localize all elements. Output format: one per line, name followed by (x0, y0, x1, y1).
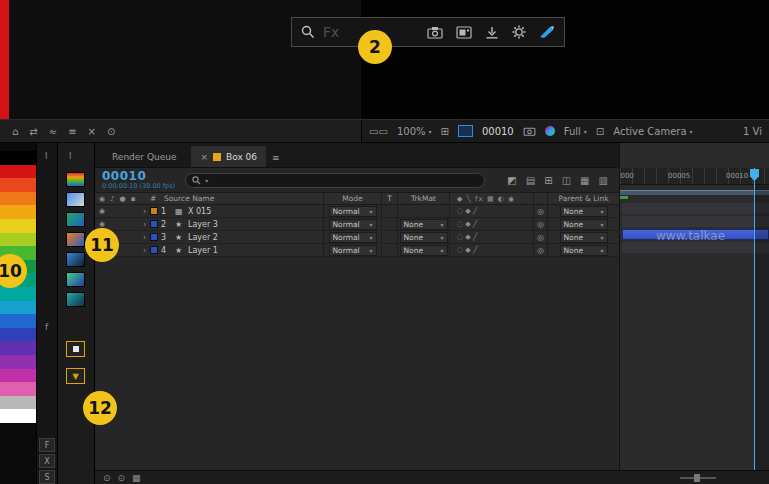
motion-blur-icon[interactable]: ▦ (580, 175, 589, 186)
expand-arrow-icon[interactable]: › (139, 231, 150, 243)
highlighted-dropdown-button[interactable]: ▼ (66, 368, 85, 384)
palette-swatch[interactable] (0, 233, 36, 247)
shy-layers-icon[interactable]: ⊞ (544, 175, 552, 186)
layer-color-swatch[interactable] (150, 246, 158, 254)
expand-arrow-icon[interactable]: › (139, 205, 150, 217)
gear-icon[interactable] (512, 25, 526, 39)
view-dropdown[interactable]: Active Camera▾ (613, 126, 692, 137)
solo-column-icon[interactable]: ● (120, 195, 126, 203)
visibility-column-icon[interactable]: ◉ (99, 195, 105, 203)
palette-swatch[interactable] (0, 151, 36, 165)
palette-swatch[interactable] (0, 382, 36, 396)
palette-swatch[interactable] (0, 328, 36, 342)
snapshot-camera-icon[interactable] (523, 126, 536, 136)
slideshow-icon[interactable] (456, 26, 472, 39)
panel-thumb-icon[interactable] (66, 252, 85, 267)
highlighted-square-button[interactable] (66, 341, 85, 357)
trkmat-dropdown[interactable]: None▾ (400, 232, 448, 243)
region-of-interest-icon[interactable] (458, 125, 473, 137)
palette-swatch[interactable] (0, 314, 36, 328)
palette-swatch[interactable] (0, 165, 36, 179)
lock-column-icon[interactable]: ▪ (131, 195, 136, 203)
blend-mode-dropdown[interactable]: Normal▾ (329, 219, 377, 230)
panel-thumb-icon[interactable] (66, 292, 85, 307)
close-tab-icon[interactable]: × (200, 152, 208, 162)
panel-thumb-icon[interactable] (66, 272, 85, 287)
visibility-eye-icon[interactable]: ◉ (99, 220, 105, 228)
expand-arrow-icon[interactable]: › (139, 244, 150, 256)
key-s-button[interactable]: S (39, 470, 55, 484)
current-time-display[interactable]: 00010 0:00:00:10 (30.00 fps) (102, 170, 175, 190)
layer-duration-bar[interactable] (622, 242, 769, 253)
layer-row[interactable]: ◉ › 4 ★ Layer 1 Normal▾ None▾ ◌ ◆ ╱ ◎ No… (95, 244, 619, 257)
layer-search-field[interactable]: ▾ (185, 173, 485, 188)
camera-icon[interactable] (427, 26, 443, 39)
panel-thumb-icon[interactable] (66, 232, 85, 247)
resolution-dropdown[interactable]: Full▾ (564, 126, 587, 137)
layer-switches[interactable]: ◌ ◆ ╱ (449, 205, 533, 217)
pickwhip-icon[interactable]: ◎ (533, 231, 547, 243)
header-source-name[interactable]: Source Name (164, 194, 323, 203)
parent-link-dropdown[interactable]: None▾ (560, 232, 608, 243)
layer-switches[interactable]: ◌ ◆ ╱ (449, 244, 533, 256)
grid-guides-icon[interactable]: ⊞ (441, 126, 449, 137)
timeline-track-area[interactable]: 0000 00005 00010 www.talkae (620, 143, 769, 484)
comp-flowchart-icon[interactable]: ◩ (507, 175, 516, 186)
draft-3d-icon[interactable]: ▤ (526, 175, 535, 186)
download-icon[interactable] (485, 26, 499, 39)
blend-mode-dropdown[interactable]: Normal▾ (329, 206, 377, 217)
search-placeholder[interactable]: Fx (323, 24, 339, 40)
layer-switches[interactable]: ◌ ◆ ╱ (449, 231, 533, 243)
close-icon[interactable]: × (88, 126, 96, 137)
channel-color-icon[interactable] (545, 126, 555, 136)
layer-color-swatch[interactable] (150, 233, 158, 241)
palette-swatch[interactable] (0, 369, 36, 383)
pixel-aspect-icon[interactable]: ⊡ (596, 126, 604, 137)
grid-icon[interactable]: ▦ (132, 473, 141, 483)
layer-row[interactable]: ◉ › 3 ★ Layer 2 Normal▾ None▾ ◌ ◆ ╱ ◎ No… (95, 231, 619, 244)
palette-swatch[interactable] (0, 178, 36, 192)
view-layout-dropdown[interactable]: 1 Vi (743, 126, 762, 137)
graph-editor-icon[interactable]: ▥ (599, 175, 608, 186)
panel-thumb-icon[interactable] (66, 172, 85, 187)
layer-name[interactable]: Layer 2 (188, 233, 323, 242)
key-x-button[interactable]: X (39, 454, 55, 468)
work-area-bar[interactable] (620, 190, 769, 195)
pickwhip-icon[interactable]: ◎ (533, 244, 547, 256)
header-t[interactable]: T (381, 193, 397, 204)
palette-swatch[interactable] (0, 287, 36, 301)
palette-swatch[interactable] (0, 409, 36, 423)
wave-icon[interactable]: ≈ (49, 126, 57, 137)
list-icon[interactable]: ≡ (68, 126, 76, 137)
palette-swatch[interactable] (0, 355, 36, 369)
timeline-zoom-slider[interactable] (680, 477, 716, 479)
palette-swatch[interactable] (0, 192, 36, 206)
palette-swatch[interactable] (0, 396, 36, 410)
expand-arrow-icon[interactable]: › (139, 218, 150, 230)
layer-duration-bar[interactable] (622, 203, 769, 214)
layer-name[interactable]: X 015 (188, 207, 323, 216)
parent-link-dropdown[interactable]: None▾ (560, 219, 608, 230)
tab-composition[interactable]: × Box 06 (191, 146, 266, 167)
blend-mode-dropdown[interactable]: Normal▾ (329, 245, 377, 256)
frame-blend-icon[interactable]: ◫ (562, 175, 571, 186)
tab-render-queue[interactable]: Render Queue (103, 146, 185, 167)
palette-swatch[interactable] (0, 341, 36, 355)
parent-link-dropdown[interactable]: None▾ (560, 245, 608, 256)
blend-mode-dropdown[interactable]: Normal▾ (329, 232, 377, 243)
header-parent-link[interactable]: Parent & Link (547, 193, 619, 204)
draw-tool-icon[interactable] (539, 25, 555, 39)
zoom-slider-handle[interactable] (694, 474, 700, 482)
display-monitors-icon[interactable]: ▭▭ (369, 126, 388, 137)
header-mode[interactable]: Mode (323, 193, 381, 204)
palette-swatch[interactable] (0, 205, 36, 219)
swap-icon[interactable]: ⇄ (29, 126, 37, 137)
visibility-eye-icon[interactable]: ◉ (99, 207, 105, 215)
parent-link-dropdown[interactable]: None▾ (560, 206, 608, 217)
search-icon[interactable] (301, 25, 315, 39)
current-time-indicator[interactable] (754, 168, 755, 484)
layer-name[interactable]: Layer 1 (188, 246, 323, 255)
layer-row[interactable]: ◉ › 1 ▦ X 015 Normal▾ ◌ ◆ ╱ ◎ None▾ (95, 205, 619, 218)
trkmat-dropdown[interactable]: None▾ (400, 245, 448, 256)
palette-swatch[interactable] (0, 219, 36, 233)
